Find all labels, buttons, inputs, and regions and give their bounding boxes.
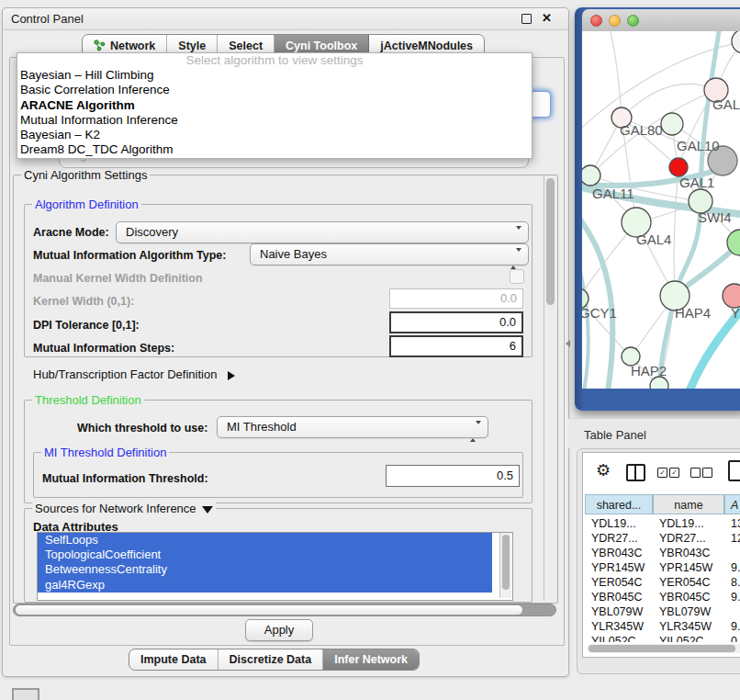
column-header-partial[interactable]: A — [724, 494, 740, 514]
apply-button[interactable]: Apply — [245, 619, 313, 641]
node-unlabeled-green[interactable] — [661, 113, 683, 135]
apply-button-label: Apply — [264, 623, 295, 637]
mi-steps-value: 6 — [510, 339, 516, 353]
table-row[interactable]: YLR345WYLR345W9. — [585, 619, 740, 634]
column-layout-icon[interactable] — [626, 464, 645, 481]
splitter-arrow-icon[interactable] — [566, 340, 570, 347]
table-row[interactable]: YBR045CYBR045C9. — [585, 590, 740, 604]
algorithm-option-bayesian-hill-climbing[interactable]: Bayesian – Hill Climbing — [17, 68, 532, 83]
kernel-width-field[interactable]: 0.0 — [389, 288, 523, 309]
table-rows: YDL19...YDL19...13 YDR27...YDR27...12 YB… — [585, 516, 740, 642]
list-item-gal4rgexp[interactable]: gal4RGexp — [38, 578, 492, 593]
stepper-arrows-icon — [510, 249, 521, 269]
float-window-icon[interactable] — [521, 14, 532, 24]
table-row[interactable]: YPR145WYPR145W9. — [585, 560, 740, 575]
algorithm-definition-title: Algorithm Definition — [32, 198, 141, 211]
list-item-selfloops[interactable]: SelfLoops — [38, 533, 492, 548]
select-all-checkbox-icon[interactable]: ✓ — [657, 468, 667, 478]
which-threshold-label: Which threshold to use: — [77, 422, 207, 435]
network-view-titlebar[interactable] — [582, 9, 740, 32]
mi-threshold-value: 0.5 — [497, 469, 513, 482]
node-gal11[interactable] — [582, 165, 600, 186]
tab-network-label: Network — [110, 40, 155, 52]
mi-threshold-definition-title: MI Threshold Definition — [41, 446, 169, 459]
manual-kernel-width-checkbox[interactable] — [510, 269, 524, 284]
export-table-icon[interactable] — [728, 460, 740, 481]
tab-select-label: Select — [229, 40, 263, 52]
aracne-mode-label: Aracne Mode: — [33, 226, 109, 239]
zoom-traffic-icon[interactable] — [627, 15, 639, 27]
node-label-hap4: HAP4 — [675, 305, 711, 321]
minimize-traffic-icon[interactable] — [609, 15, 621, 27]
gear-icon[interactable]: ⚙ — [596, 460, 611, 480]
node-label-gcy1: GCY1 — [582, 305, 617, 321]
algorithm-option-bayesian-k2[interactable]: Bayesian – K2 — [17, 128, 532, 142]
which-threshold-value: MI Threshold — [227, 420, 297, 434]
mi-algorithm-type-combo[interactable]: Naive Bayes — [250, 243, 529, 265]
settings-horizontal-scrollbar[interactable] — [13, 604, 556, 616]
tab-style-label: Style — [178, 40, 206, 52]
close-traffic-icon[interactable] — [590, 15, 602, 27]
table-horizontal-scrollbar[interactable] — [587, 644, 740, 653]
node-label-gal: GAL — [712, 96, 740, 112]
node-gal1-red[interactable] — [669, 158, 688, 176]
tab-jactivemnodules-label: jActiveMNodules — [380, 40, 473, 52]
tab-infer-network[interactable]: Infer Network — [323, 649, 419, 670]
aracne-mode-value: Discovery — [126, 225, 178, 239]
algorithm-option-basic-correlation[interactable]: Basic Correlation Inference — [17, 83, 532, 97]
table-row[interactable]: YIL052CYIL052C0. — [585, 634, 740, 642]
column-header-name[interactable]: name — [653, 494, 724, 514]
mi-threshold-field[interactable]: 0.5 — [386, 465, 520, 487]
expanded-arrow-icon — [202, 506, 213, 514]
sources-title[interactable]: Sources for Network Inference — [32, 502, 216, 515]
tab-infer-network-label: Infer Network — [334, 653, 408, 666]
mi-algorithm-type-value: Naive Bayes — [260, 247, 327, 261]
list-item-topologicalcoefficient[interactable]: TopologicalCoefficient — [38, 548, 492, 562]
deselect-checkbox-icon[interactable] — [690, 468, 701, 478]
which-threshold-combo[interactable]: MI Threshold — [217, 416, 488, 438]
algorithm-option-mutual-information[interactable]: Mutual Information Inference — [17, 113, 532, 128]
table-header: shared... name A — [585, 494, 740, 514]
aracne-mode-combo[interactable]: Discovery — [116, 221, 529, 243]
bottom-tabs: Impute Data Discretize Data Infer Networ… — [129, 649, 420, 671]
algorithm-option-aracne[interactable]: ARACNE Algorithm — [17, 98, 532, 113]
settings-vertical-scrollbar[interactable] — [544, 175, 557, 601]
dock-icon[interactable] — [12, 688, 39, 700]
kernel-width-value: 0.0 — [500, 291, 517, 305]
hub-factor-expander-label: Hub/Transcription Factor Definition — [33, 367, 217, 381]
column-header-shared-name[interactable]: shared... — [585, 494, 653, 514]
select-all-checkbox-icon2[interactable]: ✓ — [669, 468, 679, 478]
algorithm-option-dream8[interactable]: Dream8 DC_TDC Algorithm — [17, 142, 532, 157]
table-row[interactable]: YER054CYER054C8. — [585, 575, 740, 590]
close-icon[interactable]: ✕ — [542, 11, 552, 25]
tab-impute-data-label: Impute Data — [140, 653, 207, 666]
list-scrollbar[interactable] — [499, 533, 511, 598]
tab-discretize-data[interactable]: Discretize Data — [219, 649, 324, 670]
table-row[interactable]: YDL19...YDL19...13 — [585, 516, 740, 531]
node-unlabeled-top[interactable] — [732, 31, 740, 53]
table-panel-title: Table Panel — [584, 428, 646, 442]
dpi-tolerance-label: DPI Tolerance [0,1]: — [33, 319, 140, 332]
deselect-checkbox-icon2[interactable] — [702, 468, 712, 478]
network-graph: GAL GAL80 GAL10 GAL1 GAL11 SWI4 GAL4 GCY… — [582, 31, 740, 389]
screen: Control Panel ✕ Network Style Select — [0, 0, 740, 700]
sources-title-label: Sources for Network Inference — [35, 502, 196, 515]
cyni-algorithm-settings-title: Cyni Algorithm Settings — [21, 168, 150, 182]
table-row[interactable]: YDR27...YDR27...12 — [585, 531, 740, 546]
network-canvas[interactable]: GAL GAL80 GAL10 GAL1 GAL11 SWI4 GAL4 GCY… — [582, 31, 740, 389]
dpi-tolerance-field[interactable]: 0.0 — [389, 311, 523, 333]
kernel-width-label: Kernel Width (0,1): — [33, 295, 134, 308]
hub-factor-expander[interactable]: Hub/Transcription Factor Definition — [33, 367, 235, 381]
node-label-gal80: GAL80 — [620, 122, 663, 138]
table-panel-bar: Table Panel — [568, 418, 740, 448]
mi-steps-field[interactable]: 6 — [389, 335, 523, 357]
list-item-betweennesscentrality[interactable]: BetweennessCentrality — [38, 562, 492, 577]
tab-impute-data[interactable]: Impute Data — [129, 649, 219, 670]
table-row[interactable]: YBL079WYBL079W — [585, 604, 740, 619]
node-label-gal4: GAL4 — [636, 231, 671, 247]
table-row[interactable]: YBR043CYBR043C — [585, 546, 740, 560]
network-icon — [94, 40, 106, 51]
algorithm-dropdown-placeholder: Select algorithm to view settings — [17, 53, 532, 68]
control-panel-title: Control Panel — [11, 12, 84, 26]
control-panel-titlebar[interactable]: Control Panel ✕ — [3, 8, 568, 30]
